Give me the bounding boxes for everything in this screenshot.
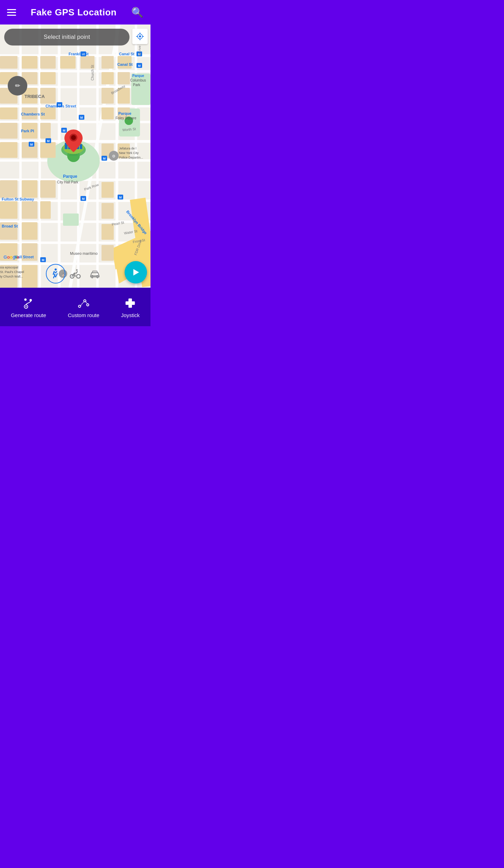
svg-text:Broad St: Broad St (2, 224, 18, 228)
app-header: Fake GPS Location 🔍 (0, 0, 150, 24)
svg-rect-57 (40, 142, 56, 158)
svg-point-164 (79, 306, 80, 307)
svg-point-150 (139, 35, 141, 37)
bottom-navigation: Generate route Custom route Joyst (0, 288, 150, 326)
svg-rect-71 (102, 203, 114, 219)
svg-rect-46 (0, 180, 18, 198)
svg-text:Franklin St: Franklin St (69, 52, 89, 56)
svg-rect-64 (102, 88, 114, 104)
generate-route-label: Generate route (11, 312, 46, 318)
generate-route-icon (21, 296, 35, 310)
svg-text:Park: Park (133, 83, 141, 87)
custom-route-button[interactable]: Custom route (68, 296, 99, 318)
svg-point-166 (84, 300, 85, 301)
svg-text:Chambers Street: Chambers Street (46, 104, 76, 108)
svg-text:✏: ✏ (15, 82, 20, 89)
map-view[interactable]: M M M M M M M M M M (0, 24, 150, 288)
svg-rect-73 (102, 245, 114, 261)
svg-point-149 (71, 135, 76, 140)
svg-point-152 (55, 268, 57, 271)
svg-point-173 (128, 301, 132, 305)
menu-button[interactable] (7, 9, 16, 16)
svg-point-161 (30, 299, 32, 301)
svg-text:M: M (103, 157, 106, 160)
svg-rect-35 (40, 72, 56, 84)
svg-point-162 (26, 306, 27, 307)
svg-rect-39 (0, 107, 18, 119)
svg-point-157 (97, 275, 98, 277)
svg-rect-70 (102, 182, 114, 198)
svg-rect-56 (22, 265, 37, 288)
svg-text:M: M (82, 197, 85, 201)
svg-text:Church St: Church St (91, 65, 94, 80)
svg-rect-147 (80, 144, 82, 149)
svg-text:Parque: Parque (118, 111, 131, 115)
google-logo: Google (4, 254, 19, 260)
svg-text:M: M (30, 143, 33, 146)
svg-text:Police Departm...: Police Departm... (119, 156, 143, 159)
search-bar[interactable]: Select initial point (4, 29, 130, 46)
svg-rect-53 (22, 201, 37, 219)
svg-text:Parque: Parque (132, 74, 144, 78)
svg-marker-158 (133, 269, 139, 276)
svg-text:sia episcopal: sia episcopal (0, 266, 18, 269)
svg-rect-44 (40, 123, 51, 139)
svg-text:New York City: New York City (119, 151, 139, 155)
svg-point-160 (24, 298, 27, 301)
svg-text:Fulton St Subway: Fulton St Subway (2, 197, 34, 201)
svg-text:M: M (119, 196, 122, 199)
svg-rect-24 (63, 214, 79, 226)
svg-text:Canal St: Canal St (119, 52, 134, 56)
svg-point-155 (76, 269, 78, 271)
svg-rect-29 (22, 56, 37, 69)
car-mode-button[interactable] (85, 264, 105, 284)
svg-text:Foley Square: Foley Square (115, 116, 136, 120)
joystick-button[interactable]: Joystick (121, 296, 140, 318)
svg-rect-52 (22, 180, 37, 198)
svg-text:M: M (80, 116, 83, 119)
svg-rect-62 (102, 72, 114, 84)
svg-rect-31 (60, 56, 76, 69)
bike-mode-button[interactable] (65, 264, 85, 284)
generate-route-button[interactable]: Generate route (11, 296, 46, 318)
svg-text:Parque: Parque (63, 174, 77, 179)
joystick-icon (123, 296, 137, 310)
svg-text:St. Paul's Chapel: St. Paul's Chapel (0, 270, 24, 274)
svg-text:ty Church Wall...: ty Church Wall... (0, 275, 23, 278)
svg-rect-47 (0, 201, 18, 219)
svg-text:Chambers St: Chambers St (21, 112, 45, 116)
svg-text:Columbus: Columbus (130, 78, 146, 82)
svg-point-168 (87, 304, 88, 305)
play-button[interactable] (125, 261, 147, 284)
svg-rect-13 (19, 24, 22, 288)
svg-rect-42 (0, 123, 18, 139)
custom-route-icon (77, 296, 91, 310)
walk-mode-button[interactable] (46, 264, 65, 284)
svg-rect-63 (118, 72, 130, 84)
svg-text:6th Ave: 6th Ave (138, 46, 141, 56)
custom-route-label: Custom route (68, 312, 99, 318)
svg-rect-58 (40, 180, 56, 198)
svg-point-156 (92, 275, 93, 277)
svg-text:Jefatura de l: Jefatura de l (119, 147, 136, 150)
svg-text:⚙: ⚙ (112, 154, 115, 158)
location-button[interactable] (132, 29, 148, 44)
svg-rect-60 (102, 56, 114, 69)
svg-text:M: M (138, 64, 141, 68)
svg-rect-2 (0, 70, 150, 72)
app-title: Fake GPS Location (31, 7, 117, 18)
svg-rect-59 (40, 201, 51, 219)
joystick-label: Joystick (121, 312, 140, 318)
svg-rect-30 (40, 56, 56, 69)
svg-point-154 (77, 274, 80, 278)
svg-rect-66 (102, 107, 114, 119)
svg-text:M: M (47, 139, 50, 143)
search-bar-text: Select initial point (44, 34, 90, 41)
svg-rect-28 (0, 56, 18, 69)
svg-text:Museo marítimo: Museo marítimo (70, 251, 98, 255)
search-button[interactable]: 🔍 (131, 7, 144, 18)
svg-text:TRIBECA: TRIBECA (24, 94, 45, 99)
svg-text:City Hall Park: City Hall Park (57, 180, 79, 184)
svg-rect-45 (0, 142, 18, 158)
svg-text:Park Pl: Park Pl (21, 129, 34, 133)
